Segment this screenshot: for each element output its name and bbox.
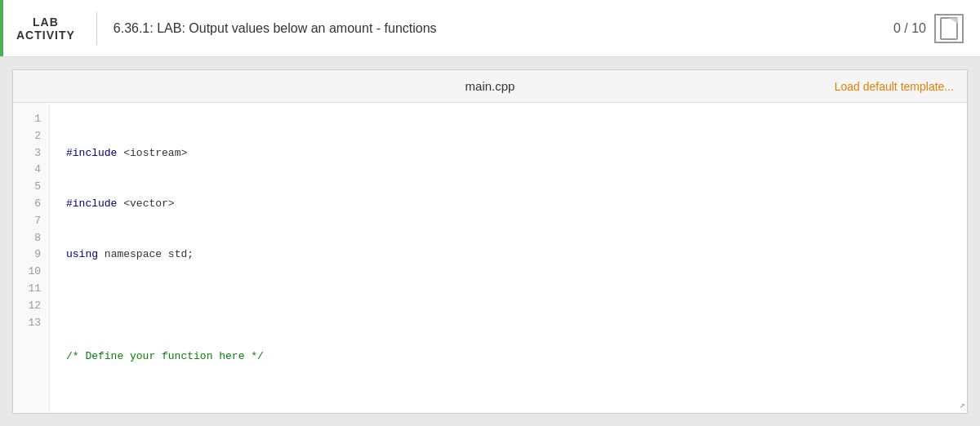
editor-filename: main.cpp	[336, 79, 645, 93]
line-numbers: 1 2 3 4 5 6 7 8 9 10 11 12 13	[13, 103, 50, 413]
code-line-3: using namespace std;	[66, 246, 967, 264]
code-line-5: /* Define your function here */	[66, 348, 967, 366]
editor-header: main.cpp Load default template...	[13, 70, 967, 103]
load-template-button[interactable]: Load default template...	[835, 80, 954, 93]
lab-label: LAB	[33, 16, 59, 29]
code-line-4	[66, 298, 967, 315]
score-text: 0 / 10	[893, 21, 926, 36]
main-content: main.cpp Load default template... 1 2 3 …	[0, 57, 980, 426]
code-content[interactable]: #include <iostream> #include <vector> us…	[50, 103, 967, 413]
code-line-1: #include <iostream>	[66, 145, 967, 162]
score-icon	[934, 14, 964, 43]
header-title: 6.36.1: LAB: Output values below an amou…	[105, 21, 893, 36]
code-area: 1 2 3 4 5 6 7 8 9 10 11 12 13 #include <…	[13, 103, 967, 413]
header-divider	[96, 12, 97, 45]
lab-activity-badge: LAB ACTIVITY	[0, 0, 88, 56]
activity-label: ACTIVITY	[16, 29, 75, 42]
code-line-2: #include <vector>	[66, 196, 967, 213]
resize-handle[interactable]: ↗	[960, 399, 965, 411]
code-line-6	[66, 400, 967, 413]
header: LAB ACTIVITY 6.36.1: LAB: Output values …	[0, 0, 980, 57]
score-badge: 0 / 10	[893, 14, 964, 43]
editor-body[interactable]: 1 2 3 4 5 6 7 8 9 10 11 12 13 #include <…	[13, 103, 967, 413]
editor-container: main.cpp Load default template... 1 2 3 …	[12, 69, 968, 414]
